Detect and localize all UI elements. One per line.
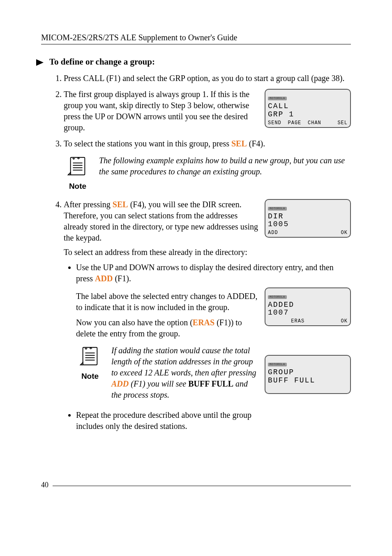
lcd3-sk-eras: ERAS: [288, 318, 308, 324]
page-container: MICOM-2ES/2RS/2TS ALE Supplement to Owne…: [0, 0, 392, 506]
arrow-right-icon: [36, 58, 45, 68]
bullet1-eras: ERAS: [193, 318, 214, 327]
lcd2-line2: 1005: [268, 220, 348, 229]
lcd-screen-dir: MOTOROLA DIR 1005 ADD OK: [265, 199, 351, 238]
lcd2-sk-add: ADD: [268, 229, 288, 236]
step-3: To select the stations you want in this …: [64, 138, 351, 192]
lcd-brand: MOTOROLA: [268, 97, 287, 100]
lcd4-sk-4: [328, 385, 348, 392]
step-3-text-a: To select the stations you want in this …: [64, 139, 231, 148]
lcd4-line2: BUFF FULL: [268, 377, 348, 385]
step-1: Press CALL (F1) and select the GRP optio…: [64, 73, 351, 84]
step-4: After pressing SEL (F4), you will see th…: [64, 199, 351, 432]
page-footer: 40: [41, 481, 351, 489]
note2-label: Note: [76, 371, 104, 382]
step-1-text: Press CALL (F1) and select the GRP optio…: [64, 74, 344, 83]
svg-rect-1: [71, 158, 85, 175]
step-4-para2: To select an address from these already …: [64, 247, 351, 258]
bullet-1: Use the UP and DOWN arrows to display th…: [76, 262, 351, 405]
note2-add: ADD: [111, 379, 129, 388]
lcd4-sk-3: [308, 385, 328, 392]
lcd-screen-buff-full: MOTOROLA GROUP BUFF FULL: [265, 355, 351, 394]
step-4-sel: SEL: [113, 200, 128, 209]
lcd2-sk-ok: OK: [328, 229, 348, 236]
lcd3-line1: ADDED: [268, 301, 348, 309]
note2-a: If adding the station would cause the to…: [111, 346, 256, 377]
note1-text: The following example explains how to bu…: [99, 155, 351, 177]
footer-rule: [53, 486, 351, 486]
lcd4-line1: GROUP: [268, 368, 348, 377]
lcd1-sk-chan: CHAN: [308, 120, 328, 126]
note2-b: (F1) you will see: [129, 379, 188, 388]
running-header: MICOM-2ES/2RS/2TS ALE Supplement to Owne…: [41, 33, 351, 44]
step-4-bullets: Use the UP and DOWN arrows to display th…: [76, 262, 351, 432]
bullet-2: Repeat the procedure described above unt…: [76, 410, 351, 432]
lcd2-line1: DIR: [268, 213, 348, 221]
bullet1-sub2-a: Now you can also have the option (: [76, 318, 193, 327]
lcd-screen-call-grp: MOTOROLA CALL GRP 1 SEND PAGE CHAN SEL: [265, 89, 351, 128]
lcd-brand: MOTOROLA: [268, 363, 287, 366]
lcd3-sk-1: [268, 318, 288, 324]
lcd3-sk-ok: OK: [328, 318, 348, 324]
lcd1-line2: GRP 1: [268, 111, 348, 119]
step-2: The first group displayed is always grou…: [64, 89, 351, 133]
svg-marker-0: [36, 59, 44, 66]
bullet1-add: ADD: [95, 274, 113, 283]
step-3-text-b: (F4).: [247, 139, 265, 148]
step-2-text: The first group displayed is always grou…: [64, 89, 258, 133]
lcd1-sk-page: PAGE: [288, 120, 308, 126]
procedure-heading: To define or change a group:: [41, 57, 351, 67]
lcd-screen-added: MOTOROLA ADDED 1007 ERAS OK: [265, 287, 351, 327]
svg-marker-2: [68, 172, 71, 175]
lcd3-line2: 1007: [268, 309, 348, 317]
lcd3-sk-3: [308, 318, 328, 324]
svg-marker-8: [81, 362, 83, 365]
lcd1-line1: CALL: [268, 102, 348, 111]
steps-list: Press CALL (F1) and select the GRP optio…: [64, 73, 351, 432]
page-number: 40: [41, 481, 48, 489]
note1-label: Note: [64, 181, 92, 192]
step-4-text-a: After pressing: [64, 200, 113, 209]
lcd1-sk-sel: SEL: [328, 120, 348, 126]
note-icon: [67, 155, 89, 177]
lcd2-sk-2: [288, 229, 308, 236]
lcd1-sk-send: SEND: [268, 120, 288, 126]
procedure-heading-text: To define or change a group:: [49, 57, 155, 67]
lcd4-sk-2: [288, 385, 308, 392]
bullet1-b: (F1).: [113, 274, 131, 283]
note2-buff: BUFF FULL: [188, 379, 233, 388]
svg-rect-7: [83, 347, 97, 364]
note-icon: [79, 345, 101, 367]
lcd-brand: MOTOROLA: [268, 207, 287, 211]
step-3-sel: SEL: [231, 139, 247, 148]
lcd2-sk-3: [308, 229, 328, 236]
lcd4-sk-1: [268, 385, 288, 392]
bullet1-sub1: The label above the selected entry chang…: [76, 291, 258, 313]
bullet2-text: Repeat the procedure described above unt…: [76, 410, 253, 432]
note2-text: If adding the station would cause the to…: [111, 345, 258, 401]
lcd-brand: MOTOROLA: [268, 295, 287, 299]
